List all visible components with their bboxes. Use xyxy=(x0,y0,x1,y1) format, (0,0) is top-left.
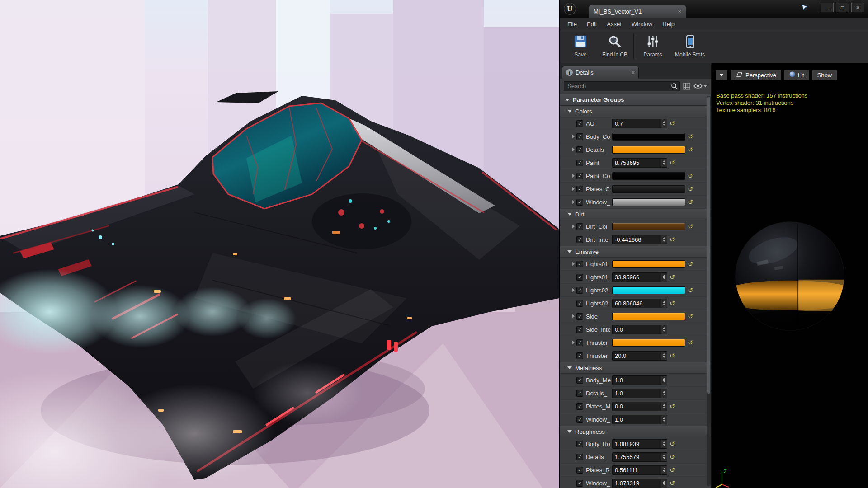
reset-icon[interactable]: ↺ xyxy=(670,352,675,359)
menu-file[interactable]: File xyxy=(562,19,582,29)
save-button[interactable]: Save xyxy=(563,33,598,61)
param-checkbox[interactable]: ✓ xyxy=(576,390,583,397)
expander-icon[interactable] xyxy=(572,288,575,292)
reset-icon[interactable]: ↺ xyxy=(670,160,675,166)
spinner-icon[interactable] xyxy=(661,235,667,244)
spinner-icon[interactable] xyxy=(661,466,667,474)
reset-icon[interactable]: ↺ xyxy=(670,236,675,243)
value-field[interactable]: 60.806046 xyxy=(612,299,667,308)
value-field[interactable]: 33.95966 xyxy=(612,272,667,282)
reset-icon[interactable]: ↺ xyxy=(670,454,675,460)
reset-icon[interactable]: ↺ xyxy=(688,133,693,140)
scrollbar-thumb[interactable] xyxy=(707,97,710,394)
details-tab[interactable]: i Details × xyxy=(562,66,639,79)
spinner-icon[interactable] xyxy=(661,402,667,411)
color-swatch[interactable] xyxy=(612,146,685,154)
param-checkbox[interactable]: ✓ xyxy=(576,287,583,294)
reset-icon[interactable]: ↺ xyxy=(670,403,675,409)
spinner-icon[interactable] xyxy=(661,415,667,424)
reset-icon[interactable]: ↺ xyxy=(688,339,693,346)
spinner-icon[interactable] xyxy=(661,453,667,461)
param-checkbox[interactable]: ✓ xyxy=(576,352,583,359)
asset-tab[interactable]: MI_BS_Vector_V1 × xyxy=(589,5,686,18)
visibility-filter-button[interactable] xyxy=(693,83,707,89)
material-preview-viewport[interactable]: Perspective Lit Show xyxy=(712,63,868,488)
param-checkbox[interactable]: ✓ xyxy=(576,236,583,243)
value-field[interactable]: 0.7 xyxy=(612,119,667,128)
grid-view-button[interactable] xyxy=(683,83,690,90)
color-swatch[interactable] xyxy=(612,185,685,193)
details-scrollbar[interactable] xyxy=(707,96,711,486)
menu-help[interactable]: Help xyxy=(657,19,679,29)
value-field[interactable]: 1.073319 xyxy=(612,479,667,488)
spinner-icon[interactable] xyxy=(661,299,667,308)
param-checkbox[interactable]: ✓ xyxy=(576,416,583,423)
close-button[interactable]: × xyxy=(851,3,864,12)
param-checkbox[interactable]: ✓ xyxy=(576,199,583,206)
value-field[interactable]: 1.0 xyxy=(612,375,667,385)
reset-icon[interactable]: ↺ xyxy=(670,441,675,447)
minimize-button[interactable]: – xyxy=(821,3,834,12)
color-swatch[interactable] xyxy=(612,198,685,206)
value-field[interactable]: 0.0 xyxy=(612,325,667,334)
reset-icon[interactable]: ↺ xyxy=(688,146,693,153)
param-checkbox[interactable]: ✓ xyxy=(576,300,583,307)
param-checkbox[interactable]: ✓ xyxy=(576,339,583,346)
value-field[interactable]: 8.758695 xyxy=(612,158,667,168)
spinner-icon[interactable] xyxy=(661,119,667,128)
color-swatch[interactable] xyxy=(612,260,685,268)
section-header-colors[interactable]: Colors xyxy=(560,106,711,117)
param-checkbox[interactable]: ✓ xyxy=(576,173,583,179)
reset-icon[interactable]: ↺ xyxy=(670,300,675,306)
color-swatch[interactable] xyxy=(612,172,685,180)
expander-icon[interactable] xyxy=(572,314,575,319)
param-checkbox[interactable]: ✓ xyxy=(576,120,583,127)
title-bar[interactable]: U MI_BS_Vector_V1 × – □ × xyxy=(560,0,868,18)
reset-icon[interactable]: ↺ xyxy=(688,261,693,267)
value-field[interactable]: 1.0 xyxy=(612,389,667,398)
param-checkbox[interactable]: ✓ xyxy=(576,133,583,140)
expander-icon[interactable] xyxy=(572,262,575,266)
mobile-stats-button[interactable]: Mobile Stats xyxy=(670,33,710,61)
menu-asset[interactable]: Asset xyxy=(602,19,627,29)
color-swatch[interactable] xyxy=(612,286,685,294)
details-tab-close-icon[interactable]: × xyxy=(632,70,635,76)
3d-viewport[interactable] xyxy=(0,0,559,488)
reset-icon[interactable]: ↺ xyxy=(688,287,693,293)
color-swatch[interactable] xyxy=(612,313,685,320)
section-header-roughness[interactable]: Roughness xyxy=(560,426,711,437)
menu-window[interactable]: Window xyxy=(627,19,657,29)
section-header-emissive[interactable]: Emissive xyxy=(560,246,711,258)
value-field[interactable]: 1.081939 xyxy=(612,439,667,449)
param-checkbox[interactable]: ✓ xyxy=(576,313,583,320)
find-in-cb-button[interactable]: Find in CB xyxy=(598,33,632,61)
reset-icon[interactable]: ↺ xyxy=(670,274,675,280)
reset-icon[interactable]: ↺ xyxy=(688,223,693,230)
reset-icon[interactable]: ↺ xyxy=(670,480,675,486)
perspective-button[interactable]: Perspective xyxy=(731,70,781,80)
parameter-groups-header[interactable]: Parameter Groups xyxy=(560,94,711,106)
reset-icon[interactable]: ↺ xyxy=(688,199,693,205)
param-checkbox[interactable]: ✓ xyxy=(576,403,583,410)
maximize-button[interactable]: □ xyxy=(836,3,849,12)
param-checkbox[interactable]: ✓ xyxy=(576,274,583,281)
color-swatch[interactable] xyxy=(612,339,685,347)
expander-icon[interactable] xyxy=(572,147,575,152)
param-checkbox[interactable]: ✓ xyxy=(576,326,583,333)
expander-icon[interactable] xyxy=(572,340,575,345)
value-field[interactable]: 1.755579 xyxy=(612,452,667,462)
tab-close-icon[interactable]: × xyxy=(678,9,681,14)
viewport-options-button[interactable] xyxy=(716,70,727,80)
spinner-icon[interactable] xyxy=(661,389,667,398)
param-checkbox[interactable]: ✓ xyxy=(576,160,583,166)
reset-icon[interactable]: ↺ xyxy=(670,467,675,473)
param-checkbox[interactable]: ✓ xyxy=(576,146,583,153)
param-checkbox[interactable]: ✓ xyxy=(576,441,583,447)
spinner-icon[interactable] xyxy=(661,440,667,448)
reset-icon[interactable]: ↺ xyxy=(688,173,693,179)
spinner-icon[interactable] xyxy=(661,159,667,167)
param-checkbox[interactable]: ✓ xyxy=(576,480,583,487)
search-input[interactable] xyxy=(564,81,680,91)
spinner-icon[interactable] xyxy=(661,273,667,282)
menu-edit[interactable]: Edit xyxy=(582,19,602,29)
